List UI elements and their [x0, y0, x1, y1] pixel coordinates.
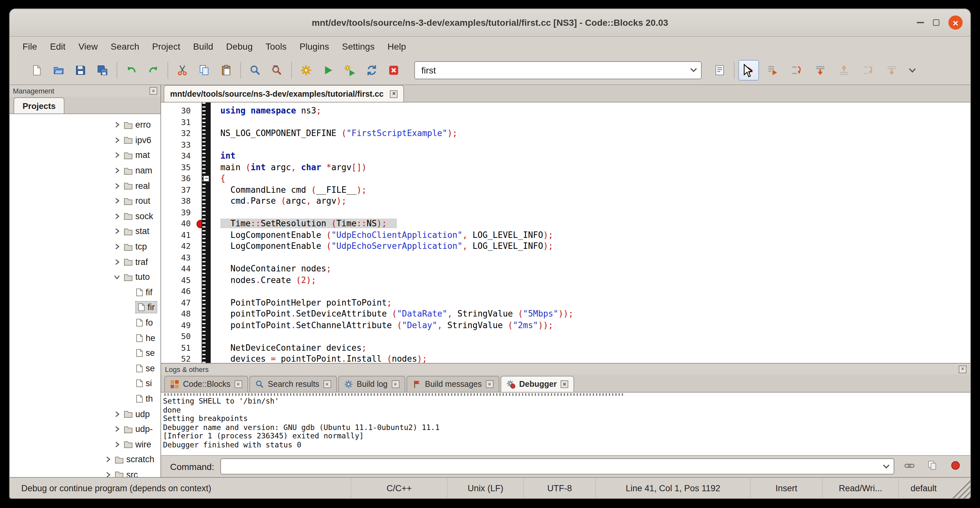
line-number[interactable]: 31	[161, 116, 196, 127]
tree-item-fif[interactable]: fif	[10, 285, 161, 300]
tree-item-real[interactable]: real	[10, 178, 161, 193]
next-instruction-button[interactable]	[858, 60, 878, 81]
chevron-right-icon[interactable]	[104, 456, 112, 463]
tree-item-stat[interactable]: stat	[10, 224, 161, 239]
debug-continue-button[interactable]	[738, 60, 759, 81]
chevron-down-icon[interactable]	[113, 273, 121, 280]
menu-tools[interactable]: Tools	[259, 39, 293, 54]
open-file-button[interactable]	[48, 60, 69, 81]
line-number[interactable]: 47	[161, 297, 196, 308]
tree-item-tcp[interactable]: tcp	[10, 239, 161, 254]
tree-item-udp[interactable]: udp-	[10, 422, 161, 437]
line-number[interactable]: 41	[161, 229, 196, 240]
maximize-button[interactable]	[933, 19, 939, 26]
record-button[interactable]	[947, 459, 964, 474]
find-button[interactable]	[245, 60, 266, 81]
new-file-button[interactable]	[26, 60, 47, 81]
command-input[interactable]	[221, 459, 894, 475]
search-combobox[interactable]: first	[414, 61, 702, 79]
copy-button[interactable]	[194, 60, 215, 81]
line-number[interactable]: 30	[161, 105, 196, 116]
undo-button[interactable]	[121, 60, 142, 81]
logs-tab-build-log[interactable]: Build log	[338, 376, 405, 392]
line-number[interactable]: 32	[161, 127, 196, 139]
tree-item-wire[interactable]: wire	[10, 437, 161, 452]
cut-button[interactable]	[172, 60, 192, 81]
step-into-button[interactable]	[810, 60, 830, 81]
management-close-icon[interactable]	[150, 87, 157, 95]
menu-plugins[interactable]: Plugins	[293, 39, 336, 54]
editor-tab-close-icon[interactable]	[390, 90, 398, 98]
run-to-cursor-button[interactable]	[762, 60, 783, 81]
tree-item-src[interactable]: src	[10, 467, 161, 477]
tree-item-se[interactable]: se	[10, 346, 161, 361]
tab-close-icon[interactable]	[560, 381, 568, 388]
step-into-instruction-button[interactable]	[881, 60, 902, 81]
chevron-right-icon[interactable]	[113, 152, 121, 159]
debugger-log[interactable]: Setting SHELL to '/bin/sh'doneSetting br…	[161, 393, 970, 455]
chevron-right-icon[interactable]	[113, 258, 121, 265]
line-number[interactable]: 37	[161, 184, 196, 195]
redo-button[interactable]	[143, 60, 164, 81]
menu-help[interactable]: Help	[381, 39, 413, 54]
attach-button[interactable]	[901, 459, 918, 474]
chevron-right-icon[interactable]	[104, 471, 112, 477]
rebuild-button[interactable]	[361, 60, 382, 81]
tree-item-mat[interactable]: mat	[10, 148, 161, 163]
compiler-log-button[interactable]	[710, 60, 730, 81]
line-number[interactable]: 34	[161, 150, 196, 161]
logs-close-icon[interactable]	[959, 365, 966, 373]
fold-marker[interactable]	[203, 175, 209, 182]
line-number[interactable]: 50	[161, 331, 196, 342]
build-button[interactable]	[296, 60, 317, 81]
minimize-button[interactable]	[917, 22, 924, 23]
line-number[interactable]: 45	[161, 274, 196, 286]
tab-close-icon[interactable]	[323, 381, 331, 388]
search-input[interactable]: first	[422, 65, 686, 75]
command-dropdown-arrow[interactable]	[878, 459, 894, 474]
chevron-right-icon[interactable]	[113, 182, 121, 189]
abort-build-button[interactable]	[383, 60, 404, 81]
chevron-right-icon[interactable]	[113, 243, 121, 250]
tab-close-icon[interactable]	[234, 381, 242, 388]
logs-tab-code-blocks[interactable]: Code::Blocks	[164, 376, 248, 392]
tree-item-fir[interactable]: fir	[10, 300, 161, 315]
chevron-right-icon[interactable]	[113, 167, 121, 174]
chevron-right-icon[interactable]	[113, 410, 121, 417]
search-dropdown-arrow[interactable]	[686, 62, 701, 79]
tree-item-he[interactable]: he	[10, 330, 161, 346]
tree-item-ipv6[interactable]: ipv6	[10, 132, 161, 148]
menu-view[interactable]: View	[72, 39, 104, 54]
chevron-right-icon[interactable]	[113, 137, 121, 144]
title-bar[interactable]: mnt/dev/tools/source/ns-3-dev/examples/t…	[10, 9, 970, 37]
line-number[interactable]: 42	[161, 240, 196, 252]
close-button[interactable]	[948, 16, 963, 30]
toolbar-overflow-button[interactable]	[902, 60, 923, 81]
tree-item-nam[interactable]: nam	[10, 163, 161, 178]
save-button[interactable]	[70, 60, 91, 81]
tree-item-se[interactable]: se	[10, 361, 161, 376]
copy-log-button[interactable]	[924, 459, 941, 474]
chevron-right-icon[interactable]	[113, 213, 121, 220]
tree-item-si[interactable]: si	[10, 376, 161, 391]
save-all-button[interactable]	[92, 60, 113, 81]
build-and-run-button[interactable]	[340, 60, 360, 81]
chevron-right-icon[interactable]	[113, 121, 121, 129]
next-line-button[interactable]	[786, 60, 807, 81]
line-number[interactable]: 52	[161, 353, 196, 363]
paste-button[interactable]	[216, 60, 237, 81]
tab-close-icon[interactable]	[391, 381, 399, 388]
tree-item-traf[interactable]: traf	[10, 254, 161, 269]
menu-debug[interactable]: Debug	[220, 39, 259, 54]
line-number[interactable]: 35	[161, 161, 196, 173]
line-number[interactable]: 49	[161, 319, 196, 331]
menu-build[interactable]: Build	[186, 39, 220, 54]
line-number[interactable]: 46	[161, 286, 196, 297]
tab-projects[interactable]: Projects	[14, 97, 65, 113]
tree-item-erro[interactable]: erro	[10, 117, 161, 132]
tree-item-th[interactable]: th	[10, 391, 161, 406]
line-number[interactable]: 40	[161, 218, 196, 229]
line-number[interactable]: 43	[161, 252, 196, 263]
menu-settings[interactable]: Settings	[336, 39, 381, 54]
tree-item-tuto[interactable]: tuto	[10, 269, 161, 285]
